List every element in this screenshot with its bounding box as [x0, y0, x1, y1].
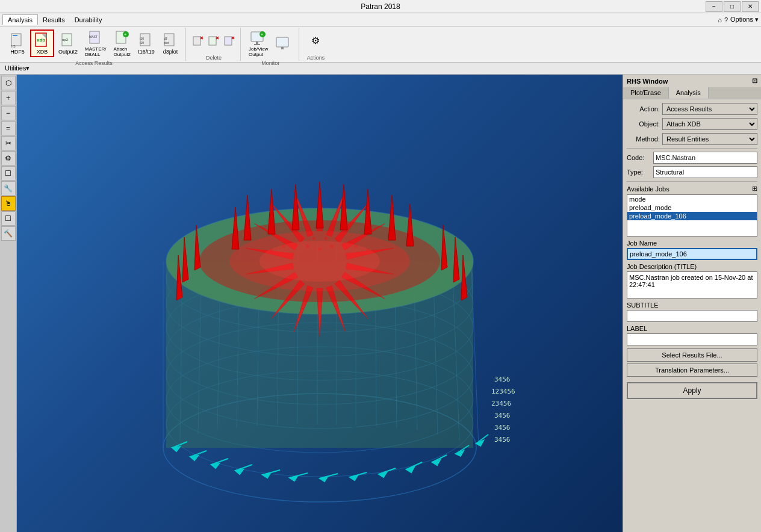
output2-icon: op2 [60, 32, 76, 49]
toolbar-btn-xdb[interactable]: xdb XDB [30, 29, 54, 57]
translation-parameters-button[interactable]: Translation Parameters... [627, 363, 757, 377]
svg-marker-136 [432, 460, 440, 465]
menu-item-results[interactable]: Results [38, 15, 70, 25]
job-item-preload-mode[interactable]: preload_mode [627, 203, 757, 212]
svg-text:MAST: MAST [89, 35, 98, 39]
3d-visualization: 3456 123456 23456 3456 3456 3456 [17, 75, 623, 532]
svg-text:3456: 3456 [494, 412, 511, 419]
access-results-label: Access Results [75, 60, 113, 66]
toolbar-btn-attach-output2[interactable]: + AttachOutput2 [111, 28, 134, 59]
svg-marker-104 [316, 182, 323, 228]
svg-text:+: + [124, 32, 126, 37]
utilities-menu[interactable]: Utilities▾ [5, 64, 30, 72]
separator-1 [627, 148, 757, 149]
subtitle-input[interactable] [627, 310, 757, 322]
job-view-output-icon: + [250, 29, 267, 46]
menu-item-analysis[interactable]: Analysis [2, 14, 38, 25]
svg-marker-126 [290, 476, 297, 481]
svg-text:xdb: xdb [37, 37, 45, 43]
toolbar-btn-master-dball[interactable]: MAST MASTER/DBALL [82, 28, 110, 59]
code-value: MSC.Nastran [653, 152, 757, 164]
delete-btn-2[interactable] [207, 34, 221, 48]
subtitle-label: SUBTITLE [627, 302, 757, 309]
svg-marker-105 [340, 184, 347, 230]
side-btn-minus[interactable]: − [1, 106, 16, 120]
label-field-label: LABEL [627, 325, 757, 332]
side-btn-equal[interactable]: = [1, 121, 16, 135]
object-select[interactable]: Attach XDB [662, 118, 757, 130]
side-btn-hammer[interactable]: 🔨 [1, 226, 16, 241]
svg-text:t19: t19 [140, 41, 144, 45]
master-dball-icon: MAST [87, 29, 104, 46]
xdb-icon: xdb [34, 32, 51, 49]
monitor-icon [275, 35, 292, 52]
svg-marker-132 [379, 472, 387, 477]
toolbar-btn-t16t19[interactable]: t16 t19 t16/t19 [135, 30, 158, 57]
svg-text:plot: plot [164, 41, 169, 45]
subtitle-section: SUBTITLE [627, 302, 757, 322]
side-btn-cut[interactable]: ✂ [1, 136, 16, 150]
svg-text:t16: t16 [140, 37, 144, 40]
toolbar-btn-output2[interactable]: op2 Output2 [55, 30, 81, 57]
toolbar-group-monitor: + Job/ViewOutput Monitor [242, 28, 299, 61]
side-btn-plus[interactable]: + [1, 91, 16, 105]
job-description-section: Job Description (TITLE) MSC.Nastran job … [627, 263, 757, 298]
svg-marker-130 [350, 475, 358, 480]
apply-button[interactable]: Apply [627, 382, 757, 399]
menu-bar: Analysis Results Durability ⌂ ? Options … [0, 13, 761, 26]
side-btn-settings[interactable]: ⚙ [1, 151, 16, 165]
attach-output2-icon: + [114, 29, 131, 46]
menu-item-durability[interactable]: Durability [70, 15, 107, 25]
available-jobs-header: Available Jobs ⊞ [627, 185, 757, 193]
action-icon: ⚙ [307, 32, 324, 49]
method-select[interactable]: Result Entities [662, 133, 757, 145]
maximize-button[interactable]: □ [724, 1, 741, 12]
type-row: Type: Structural [627, 166, 757, 178]
monitor-icon-btn[interactable] [272, 33, 295, 54]
side-btn-wrench[interactable]: 🔧 [1, 181, 16, 196]
side-btn-box2[interactable]: ☐ [1, 211, 16, 226]
code-label: Code: [627, 154, 651, 161]
rhs-header: RHS Window ⊡ [623, 75, 761, 87]
tab-plot-erase[interactable]: Plot/Erase [623, 87, 669, 99]
svg-text:+: + [261, 32, 263, 37]
job-item-mode[interactable]: mode [627, 195, 757, 203]
toolbar: h5 HDF5 xdb XDB [0, 26, 761, 63]
svg-text:3456: 3456 [494, 436, 511, 444]
rhs-maximize-icon[interactable]: ⊡ [752, 77, 757, 85]
svg-text:123456: 123456 [491, 388, 515, 395]
side-btn-select[interactable]: ⬡ [1, 76, 16, 90]
job-item-preload-mode-106[interactable]: preload_mode_106 [627, 212, 757, 220]
side-btn-cursor[interactable]: 🖱 [1, 196, 16, 211]
close-button[interactable]: ✕ [742, 1, 759, 12]
d3plot-icon: d3 plot [162, 32, 179, 49]
tab-analysis[interactable]: Analysis [669, 87, 709, 99]
minimize-button[interactable]: − [706, 1, 722, 12]
title-bar: Patran 2018 − □ ✕ [0, 0, 761, 13]
rhs-title: RHS Window [627, 78, 668, 85]
window-title: Patran 2018 [361, 2, 400, 11]
help-icon: ⌂ [718, 16, 722, 23]
side-btn-box[interactable]: ☐ [1, 166, 16, 181]
toolbar-group-delete: Delete [187, 28, 241, 61]
action-select[interactable]: Access Results [662, 103, 757, 115]
jobs-list[interactable]: mode preload_mode preload_mode_106 [627, 194, 757, 237]
delete-btn-3[interactable] [222, 34, 237, 48]
delete-btn-1[interactable] [191, 34, 205, 48]
options-menu[interactable]: Options ▾ [730, 16, 759, 23]
job-name-input[interactable] [627, 248, 757, 260]
toolbar-group-access-results: h5 HDF5 xdb XDB [2, 28, 186, 61]
rhs-panel: RHS Window ⊡ Plot/Erase Analysis Action:… [623, 75, 761, 532]
action-row: Action: Access Results [627, 103, 757, 115]
action-btn[interactable]: ⚙ [304, 31, 327, 51]
select-results-file-button[interactable]: Select Results File... [627, 348, 757, 362]
label-input[interactable] [627, 333, 757, 345]
window-controls: − □ ✕ [706, 1, 759, 12]
toolbar-btn-hdf5[interactable]: h5 HDF5 [6, 30, 29, 57]
svg-text:3456: 3456 [494, 424, 511, 431]
job-view-output-btn[interactable]: + Job/ViewOutput [246, 28, 271, 59]
toolbar-btn-d3plot[interactable]: d3 plot d3plot [159, 30, 182, 57]
method-row: Method: Result Entities [627, 133, 757, 145]
utilities-bar: Utilities▾ [0, 63, 761, 75]
actions-label: Actions [307, 55, 325, 61]
